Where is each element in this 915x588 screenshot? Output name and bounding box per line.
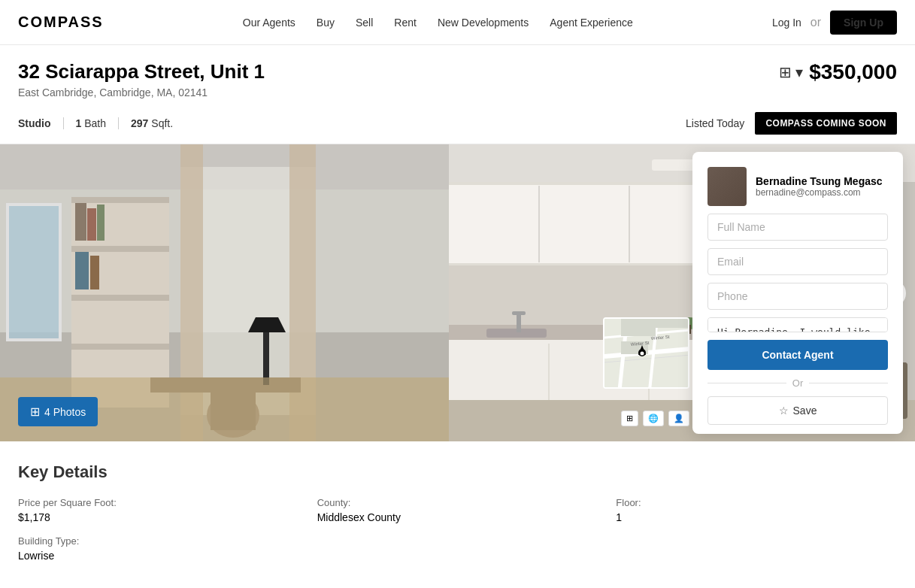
svg-rect-10 xyxy=(75,203,86,241)
or-label: Or xyxy=(792,377,803,389)
nav-or: or xyxy=(810,16,821,29)
contact-card: Bernadine Tsung Megasc bernadine@compass… xyxy=(692,152,903,434)
nav-our-agents[interactable]: Our Agents xyxy=(243,17,295,29)
agent-info: Bernadine Tsung Megasc bernadine@compass… xyxy=(707,167,888,206)
key-details-title: Key Details xyxy=(18,462,897,482)
detail-label-price-sqft: Price per Square Foot: xyxy=(18,497,299,508)
nav-login[interactable]: Log In xyxy=(772,17,801,29)
map-person-btn[interactable]: 👤 xyxy=(668,411,689,426)
detail-value-county: Middlesex County xyxy=(317,511,598,523)
detail-building-type: Building Type: Lowrise xyxy=(18,535,299,562)
signup-button[interactable]: Sign Up xyxy=(830,11,897,35)
property-stats-left: Studio 1 Bath 297 Sqft. xyxy=(18,117,185,129)
email-input[interactable] xyxy=(707,248,888,275)
coming-soon-badge: COMPASS COMING SOON xyxy=(755,112,897,135)
navigation: COMPASS Our Agents Buy Sell Rent New Dev… xyxy=(0,0,915,45)
agent-avatar xyxy=(707,167,747,206)
nav-buy[interactable]: Buy xyxy=(317,17,335,29)
nav-sell[interactable]: Sell xyxy=(356,17,373,29)
full-name-input[interactable] xyxy=(707,214,888,241)
svg-rect-14 xyxy=(90,256,99,289)
map-list-view-btn[interactable]: ⊞ xyxy=(621,411,638,426)
or-divider: Or xyxy=(707,377,888,389)
photos-label: 4 Photos xyxy=(44,406,86,418)
property-type: Studio xyxy=(18,117,64,129)
svg-point-65 xyxy=(641,352,644,356)
property-stats-right: Listed Today COMPASS COMING SOON xyxy=(686,112,897,135)
map-svg: Winter St Winter St xyxy=(604,319,689,389)
map-control-buttons: ⊞ 🌐 👤 xyxy=(621,411,689,426)
property-header: 32 Sciarappa Street, Unit 1 East Cambrid… xyxy=(0,45,915,106)
detail-value-price-sqft: $1,178 xyxy=(18,511,299,523)
property-price-section: ⊞ ▾ $350,000 xyxy=(779,60,897,84)
contact-agent-button[interactable]: Contact Agent xyxy=(707,340,888,370)
star-icon: ☆ xyxy=(779,405,789,417)
svg-rect-3 xyxy=(8,205,60,340)
svg-rect-60 xyxy=(621,319,656,336)
nav-links: Our Agents Buy Sell Rent New Development… xyxy=(243,17,633,29)
nav-agent-experience[interactable]: Agent Experience xyxy=(550,17,633,29)
property-title: 32 Sciarappa Street, Unit 1 xyxy=(18,60,265,83)
save-label: Save xyxy=(793,405,817,417)
map-overlay: Winter St Winter St xyxy=(603,317,689,389)
nav-actions: Log In or Sign Up xyxy=(772,11,897,35)
property-stats-bar: Studio 1 Bath 297 Sqft. Listed Today COM… xyxy=(0,106,915,144)
agent-name: Bernadine Tsung Megasc xyxy=(756,175,883,187)
details-grid: Price per Square Foot: $1,178 County: Mi… xyxy=(18,497,897,562)
svg-rect-6 xyxy=(71,197,169,203)
or-line-right xyxy=(809,383,888,383)
svg-rect-62 xyxy=(651,319,689,328)
save-button[interactable]: ☆ Save xyxy=(707,396,888,425)
detail-county: County: Middlesex County xyxy=(317,497,598,523)
svg-rect-8 xyxy=(71,295,169,301)
message-textarea[interactable]: Hi Bernadine, I would like more informat… xyxy=(707,317,888,332)
svg-rect-7 xyxy=(71,246,169,252)
property-price: $350,000 xyxy=(809,60,897,84)
detail-label-county: County: xyxy=(317,497,598,508)
photos-button[interactable]: ⊞ 4 Photos xyxy=(18,397,98,426)
detail-price-sqft: Price per Square Foot: $1,178 xyxy=(18,497,299,523)
detail-value-building-type: Lowrise xyxy=(18,550,299,562)
key-details-section: Key Details Price per Square Foot: $1,17… xyxy=(0,441,915,583)
compass-logo[interactable]: COMPASS xyxy=(18,14,104,31)
agent-email: bernadine@compass.com xyxy=(756,187,883,198)
svg-rect-11 xyxy=(87,208,96,241)
property-bath: 1 Bath xyxy=(76,117,120,129)
svg-rect-12 xyxy=(97,205,105,241)
svg-rect-21 xyxy=(263,332,269,385)
property-address: East Cambridge, Cambridge, MA, 02141 xyxy=(18,86,265,99)
listed-today: Listed Today xyxy=(686,117,744,129)
property-sqft: 297 Sqft. xyxy=(131,117,185,129)
nav-rent[interactable]: Rent xyxy=(394,17,417,29)
gallery: Winter St Winter St ⊞ 🌐 👤 ❯ ⊞ 4 Photos B… xyxy=(0,144,915,441)
detail-label-building-type: Building Type: xyxy=(18,535,299,547)
svg-rect-9 xyxy=(71,344,169,350)
svg-rect-13 xyxy=(75,252,89,289)
photos-grid-icon: ⊞ xyxy=(30,405,40,419)
or-line-left xyxy=(707,383,786,383)
map-globe-btn[interactable]: 🌐 xyxy=(643,411,664,426)
detail-value-floor: 1 xyxy=(616,511,897,523)
nav-new-developments[interactable]: New Developments xyxy=(438,17,529,29)
property-title-section: 32 Sciarappa Street, Unit 1 East Cambrid… xyxy=(18,60,265,99)
agent-details: Bernadine Tsung Megasc bernadine@compass… xyxy=(756,175,883,198)
detail-label-floor: Floor: xyxy=(616,497,897,508)
svg-rect-37 xyxy=(512,311,526,315)
svg-rect-36 xyxy=(517,314,521,332)
detail-floor: Floor: 1 xyxy=(616,497,897,523)
phone-input[interactable] xyxy=(707,283,888,310)
grid-view-icon[interactable]: ⊞ ▾ xyxy=(779,63,804,81)
